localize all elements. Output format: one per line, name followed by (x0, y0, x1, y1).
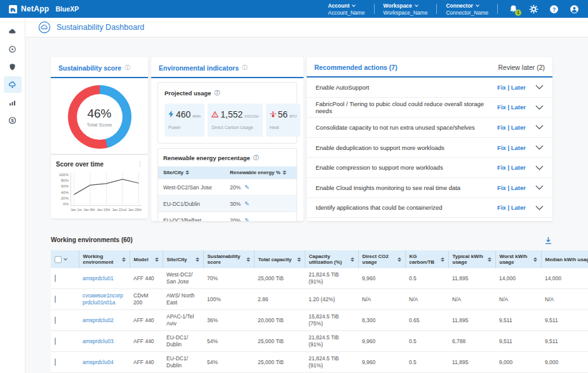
renewable-column-header[interactable]: Site/City (163, 170, 230, 175)
settings-button[interactable] (529, 4, 538, 14)
sort-icon (155, 257, 159, 262)
score-over-time-chart: 100%80%60%40%20%0% (56, 173, 143, 206)
chevron-down-icon (352, 3, 356, 7)
sidebar-item-canvas[interactable] (4, 23, 22, 39)
heat-icon (270, 109, 276, 120)
notifications-button[interactable]: 1 (509, 4, 518, 14)
row-checkbox[interactable] (55, 316, 56, 324)
total-score-label: Total Score (86, 122, 112, 128)
renewable-column-header[interactable]: Renewable energy % (230, 170, 291, 175)
row-select-cell (51, 268, 79, 289)
projected-usage-box: Projected usage 460MWhPower1,552KGCO2eDi… (157, 82, 297, 144)
divider (436, 4, 437, 14)
table-row: cvoawsue1ncorp prdclu01n01aCDvM 200AWS/ … (51, 289, 588, 310)
sidebar-item-mobility[interactable] (4, 41, 22, 57)
x-tick-label: Jan 8th (84, 208, 95, 212)
kebab-menu-icon[interactable] (137, 161, 143, 168)
column-header-site-city[interactable]: Site/City (163, 250, 203, 268)
column-header-median-kw-h-usage[interactable]: Median kW/h usage (541, 250, 588, 268)
sidebar-item-sustainability[interactable] (4, 76, 22, 93)
sort-icon (488, 257, 491, 262)
info-icon[interactable] (124, 64, 130, 72)
avatar-icon (570, 4, 579, 14)
edit-icon[interactable] (244, 217, 250, 221)
column-header-model[interactable]: Model (130, 250, 163, 268)
connector-menu[interactable]: ConnectorConnector_Name (446, 3, 488, 16)
netapp-logo-icon[interactable] (9, 5, 17, 13)
fix-later-link[interactable]: Fix | Later (497, 184, 526, 191)
working-environment-link[interactable]: cvoawsue1ncorp prdclu01n01a (83, 292, 123, 306)
chevron-down-icon (63, 257, 67, 261)
env-card-title: Environmental indicators (159, 64, 239, 72)
fix-later-link[interactable]: Fix | Later (497, 84, 526, 91)
account-menu[interactable]: AccountAccount_Name (328, 3, 364, 16)
fix-later-link[interactable]: Fix | Later (497, 144, 526, 151)
edit-icon[interactable] (244, 200, 250, 207)
help-icon: ? (549, 4, 559, 14)
edit-icon[interactable] (244, 184, 250, 191)
projected-usage-tiles: 460MWhPower1,552KGCO2eDirect Carbon Usag… (164, 104, 290, 137)
table-cell: West-DC2/ San Jose (163, 268, 203, 289)
row-checkbox[interactable] (55, 358, 56, 366)
help-button[interactable]: ? (549, 4, 559, 14)
score-card-title: Sustainability score (58, 64, 121, 72)
working-environment-link[interactable]: amsprdclu04 (83, 359, 114, 365)
table-cell: 21,824.5 TiB (91%) (305, 268, 358, 289)
column-header-working-environment[interactable]: Working environment (79, 250, 130, 268)
fix-later-link[interactable]: Fix | Later (497, 124, 526, 131)
chevron-down-icon[interactable] (535, 105, 544, 110)
stat-label: Direct Carbon Usage (211, 125, 258, 130)
table-cell: AFF 440 (130, 352, 163, 373)
info-icon[interactable] (253, 154, 259, 162)
column-header-worst-kw-h-usage[interactable]: Worst kW/h usage (495, 250, 541, 268)
sidebar-item-protection[interactable] (4, 58, 22, 75)
sidebar-item-observability[interactable] (4, 94, 22, 111)
chevron-down-icon[interactable] (535, 145, 544, 150)
chevron-down-icon[interactable] (535, 85, 544, 90)
row-checkbox[interactable] (55, 295, 56, 303)
column-header-typical-kw-h-usage[interactable]: Typical kW/h usage (448, 250, 495, 268)
download-button[interactable] (544, 236, 552, 245)
sidebar-item-governance[interactable]: $ (4, 112, 22, 128)
chevron-down-icon[interactable] (535, 205, 544, 210)
row-checkbox[interactable] (55, 337, 56, 345)
column-header-kg-carbon-tb[interactable]: KG carbon/TB (405, 250, 448, 268)
table-cell: AFF 440 (130, 268, 163, 289)
stat-label: Power (168, 125, 201, 130)
column-header-total-capacity[interactable]: Total capacity (254, 250, 305, 268)
table-cell: 25,000 TiB (254, 268, 305, 289)
sort-icon (441, 257, 444, 262)
table-cell: 9,511 (541, 331, 588, 352)
column-header-sustainability-score[interactable]: Sustainability score (203, 250, 254, 268)
info-icon[interactable] (214, 89, 220, 97)
row-checkbox[interactable] (55, 275, 56, 282)
info-icon[interactable] (242, 64, 248, 72)
working-environment-link[interactable]: amsprdclu03 (83, 338, 114, 344)
review-later-link[interactable]: Review later (2) (498, 64, 545, 71)
fix-later-link[interactable]: Fix | Later (497, 104, 526, 111)
renewable-percent-value: 20% (230, 217, 241, 222)
select-all-checkbox[interactable] (55, 256, 62, 263)
table-cell: 9,960 (358, 331, 405, 352)
recommended-actions-card: Recommended actions (7) Review later (2)… (307, 57, 552, 221)
recommended-actions-title: Recommended actions (7) (314, 64, 398, 71)
table-cell: 1.20 (42%) (305, 289, 358, 310)
chevron-down-icon[interactable] (535, 125, 544, 130)
chevron-down-icon[interactable] (535, 185, 544, 190)
profile-button[interactable] (570, 4, 579, 14)
workspace-menu[interactable]: WorkspaceWorkspace_Name (384, 3, 428, 16)
y-tick-label: 40% (61, 191, 69, 194)
chart-plot-area (70, 173, 142, 206)
column-header-direct-co2-usage[interactable]: Direct CO2 usage (358, 250, 405, 268)
select-all-header[interactable] (51, 250, 79, 268)
fix-later-link[interactable]: Fix | Later (497, 204, 526, 211)
working-environment-link[interactable]: amsprdclu01 (83, 275, 114, 281)
sort-icon (122, 257, 126, 262)
chevron-down-icon[interactable] (535, 165, 544, 170)
action-text: Consolidate capacity to not run extra un… (316, 124, 475, 131)
stat-unit: BTU (290, 114, 297, 118)
action-row: FabricPool / Tiering to pubic cloud coul… (307, 98, 552, 118)
column-header-capacity-utilization-[interactable]: Capacity utilization (%) (305, 250, 358, 268)
fix-later-link[interactable]: Fix | Later (497, 164, 526, 171)
working-environment-link[interactable]: amsprdclu02 (83, 317, 114, 323)
